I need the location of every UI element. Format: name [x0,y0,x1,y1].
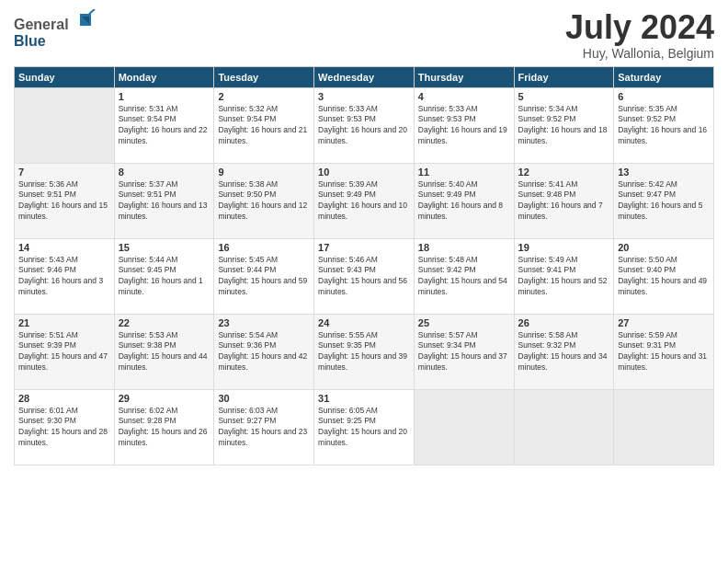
calendar-cell: 8Sunrise: 5:37 AMSunset: 9:51 PMDaylight… [114,163,214,238]
calendar-cell: 6Sunrise: 5:35 AMSunset: 9:52 PMDaylight… [614,87,714,163]
logo-text: General Blue [14,9,97,54]
calendar-cell: 19Sunrise: 5:49 AMSunset: 9:41 PMDayligh… [514,238,614,314]
weekday-header: Tuesday [214,66,314,87]
calendar-cell: 27Sunrise: 5:59 AMSunset: 9:31 PMDayligh… [614,314,714,389]
day-number: 9 [218,167,310,178]
day-number: 31 [318,393,410,404]
calendar-cell: 9Sunrise: 5:38 AMSunset: 9:50 PMDaylight… [214,163,314,238]
day-number: 5 [518,91,610,102]
calendar-cell: 13Sunrise: 5:42 AMSunset: 9:47 PMDayligh… [614,163,714,238]
calendar-cell: 12Sunrise: 5:41 AMSunset: 9:48 PMDayligh… [514,163,614,238]
calendar-week-row: 7Sunrise: 5:36 AMSunset: 9:51 PMDaylight… [15,163,714,238]
day-info: Sunrise: 6:03 AMSunset: 9:27 PMDaylight:… [218,406,310,450]
day-number: 8 [119,167,210,178]
calendar-cell: 5Sunrise: 5:34 AMSunset: 9:52 PMDaylight… [514,87,614,163]
day-info: Sunrise: 5:48 AMSunset: 9:42 PMDaylight:… [418,255,510,299]
day-number: 11 [418,167,510,178]
calendar-cell: 26Sunrise: 5:58 AMSunset: 9:32 PMDayligh… [514,314,614,389]
svg-line-4 [89,9,95,14]
calendar-week-row: 21Sunrise: 5:51 AMSunset: 9:39 PMDayligh… [15,314,714,389]
header: General Blue July 2024 Huy, Wallonia, Be… [14,9,714,61]
weekday-header: Friday [514,66,614,87]
svg-text:Blue: Blue [14,33,46,49]
logo: General Blue [14,9,97,54]
day-number: 25 [418,317,510,328]
calendar-cell: 31Sunrise: 6:05 AMSunset: 9:25 PMDayligh… [314,389,415,465]
day-info: Sunrise: 5:32 AMSunset: 9:54 PMDaylight:… [218,104,310,148]
day-number: 24 [318,317,410,328]
calendar-cell [514,389,614,465]
day-info: Sunrise: 5:37 AMSunset: 9:51 PMDaylight:… [119,179,210,224]
day-info: Sunrise: 6:02 AMSunset: 9:28 PMDaylight:… [119,406,210,450]
day-number: 27 [618,317,710,328]
day-info: Sunrise: 5:33 AMSunset: 9:53 PMDaylight:… [418,104,510,148]
day-info: Sunrise: 5:40 AMSunset: 9:49 PMDaylight:… [418,179,510,224]
day-number: 17 [318,242,410,253]
weekday-header: Thursday [414,66,514,87]
day-number: 7 [18,167,110,178]
calendar-cell: 18Sunrise: 5:48 AMSunset: 9:42 PMDayligh… [414,238,514,314]
day-info: Sunrise: 5:45 AMSunset: 9:44 PMDaylight:… [218,255,310,299]
calendar-week-row: 1Sunrise: 5:31 AMSunset: 9:54 PMDaylight… [15,87,714,163]
day-info: Sunrise: 5:55 AMSunset: 9:35 PMDaylight:… [318,330,410,374]
calendar-cell: 28Sunrise: 6:01 AMSunset: 9:30 PMDayligh… [15,389,115,465]
day-number: 2 [218,91,310,102]
day-info: Sunrise: 5:42 AMSunset: 9:47 PMDaylight:… [618,179,710,224]
calendar-cell: 3Sunrise: 5:33 AMSunset: 9:53 PMDaylight… [314,87,415,163]
day-info: Sunrise: 5:46 AMSunset: 9:43 PMDaylight:… [318,255,410,299]
day-number: 19 [518,242,610,253]
calendar-cell [614,389,714,465]
day-info: Sunrise: 5:31 AMSunset: 9:54 PMDaylight:… [119,104,210,148]
calendar-week-row: 28Sunrise: 6:01 AMSunset: 9:30 PMDayligh… [15,389,714,465]
location-title: Huy, Wallonia, Belgium [565,46,714,61]
day-number: 14 [18,242,110,253]
day-number: 23 [218,317,310,328]
day-number: 21 [18,317,110,328]
month-title: July 2024 [565,9,714,46]
day-info: Sunrise: 5:41 AMSunset: 9:48 PMDaylight:… [518,179,610,224]
day-info: Sunrise: 5:33 AMSunset: 9:53 PMDaylight:… [318,104,410,148]
day-info: Sunrise: 6:05 AMSunset: 9:25 PMDaylight:… [318,406,410,450]
calendar-cell: 2Sunrise: 5:32 AMSunset: 9:54 PMDaylight… [214,87,314,163]
calendar-cell: 23Sunrise: 5:54 AMSunset: 9:36 PMDayligh… [214,314,314,389]
day-info: Sunrise: 5:53 AMSunset: 9:38 PMDaylight:… [119,330,210,374]
calendar-cell: 14Sunrise: 5:43 AMSunset: 9:46 PMDayligh… [15,238,115,314]
calendar-cell: 7Sunrise: 5:36 AMSunset: 9:51 PMDaylight… [15,163,115,238]
day-info: Sunrise: 5:57 AMSunset: 9:34 PMDaylight:… [418,330,510,374]
weekday-header: Saturday [614,66,714,87]
day-number: 16 [218,242,310,253]
day-info: Sunrise: 6:01 AMSunset: 9:30 PMDaylight:… [18,406,110,450]
day-number: 10 [318,167,410,178]
day-info: Sunrise: 5:43 AMSunset: 9:46 PMDaylight:… [18,255,110,299]
day-number: 18 [418,242,510,253]
calendar-cell: 1Sunrise: 5:31 AMSunset: 9:54 PMDaylight… [114,87,214,163]
day-info: Sunrise: 5:36 AMSunset: 9:51 PMDaylight:… [18,179,110,224]
day-info: Sunrise: 5:59 AMSunset: 9:31 PMDaylight:… [618,330,710,374]
calendar-cell: 16Sunrise: 5:45 AMSunset: 9:44 PMDayligh… [214,238,314,314]
calendar-cell: 4Sunrise: 5:33 AMSunset: 9:53 PMDaylight… [414,87,514,163]
calendar-cell: 15Sunrise: 5:44 AMSunset: 9:45 PMDayligh… [114,238,214,314]
day-info: Sunrise: 5:49 AMSunset: 9:41 PMDaylight:… [518,255,610,299]
calendar-week-row: 14Sunrise: 5:43 AMSunset: 9:46 PMDayligh… [15,238,714,314]
day-number: 20 [618,242,710,253]
calendar-cell: 20Sunrise: 5:50 AMSunset: 9:40 PMDayligh… [614,238,714,314]
svg-text:General: General [14,17,69,32]
day-info: Sunrise: 5:35 AMSunset: 9:52 PMDaylight:… [618,104,710,148]
day-number: 29 [119,393,210,404]
weekday-header-row: SundayMondayTuesdayWednesdayThursdayFrid… [15,66,714,87]
calendar-cell: 25Sunrise: 5:57 AMSunset: 9:34 PMDayligh… [414,314,514,389]
calendar-cell: 11Sunrise: 5:40 AMSunset: 9:49 PMDayligh… [414,163,514,238]
day-number: 1 [119,91,210,102]
day-info: Sunrise: 5:39 AMSunset: 9:49 PMDaylight:… [318,179,410,224]
day-info: Sunrise: 5:34 AMSunset: 9:52 PMDaylight:… [518,104,610,148]
title-area: July 2024 Huy, Wallonia, Belgium [565,9,714,61]
day-info: Sunrise: 5:54 AMSunset: 9:36 PMDaylight:… [218,330,310,374]
day-number: 26 [518,317,610,328]
calendar-container: General Blue July 2024 Huy, Wallonia, Be… [0,0,728,475]
calendar-cell: 17Sunrise: 5:46 AMSunset: 9:43 PMDayligh… [314,238,415,314]
weekday-header: Wednesday [314,66,415,87]
calendar-cell: 24Sunrise: 5:55 AMSunset: 9:35 PMDayligh… [314,314,415,389]
day-number: 6 [618,91,710,102]
day-number: 13 [618,167,710,178]
day-number: 22 [119,317,210,328]
